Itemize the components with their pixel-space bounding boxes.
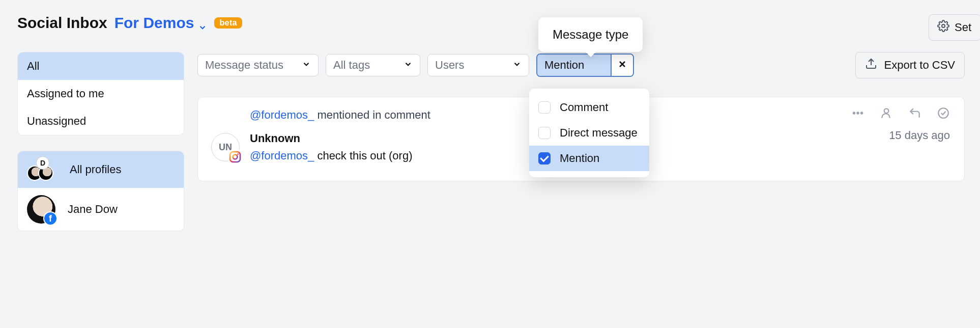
message-actions [851, 106, 950, 122]
svg-point-6 [237, 153, 239, 155]
dropdown-option-direct-message[interactable]: Direct message [529, 120, 649, 146]
chevron-down-icon [198, 18, 207, 28]
mention-handle[interactable]: @fordemos_ [250, 149, 314, 162]
svg-point-11 [938, 108, 948, 118]
avatar-badge: D [36, 156, 49, 170]
checkbox-checked[interactable] [538, 152, 551, 165]
sidebar-item-label: All profiles [70, 163, 121, 176]
checkbox[interactable] [538, 101, 551, 114]
filter-label: Mention [537, 54, 611, 76]
workspace-name: For Demos [114, 14, 194, 32]
settings-button[interactable]: Set [929, 14, 980, 41]
svg-point-10 [884, 108, 889, 113]
settings-label: Set [955, 21, 971, 34]
filter-tags[interactable]: All tags [326, 54, 420, 76]
filter-label: Users [435, 59, 464, 72]
option-label: Mention [560, 152, 599, 165]
avatar: f [27, 195, 55, 224]
sidebar: All Assigned to me Unassigned D All prof… [17, 52, 184, 231]
option-label: Direct message [560, 126, 638, 140]
svg-point-0 [942, 24, 945, 28]
sidebar-item-label: Unassigned [27, 115, 86, 128]
sidebar-item-all[interactable]: All [18, 52, 184, 80]
close-icon [617, 59, 627, 72]
upload-icon [865, 58, 877, 73]
sidebar-item-profile[interactable]: f Jane Dow [18, 188, 184, 231]
sidebar-item-unassigned[interactable]: Unassigned [18, 107, 184, 135]
mention-handle[interactable]: @fordemos_ [250, 108, 314, 121]
chevron-down-icon [403, 59, 413, 72]
svg-point-5 [233, 155, 238, 159]
clear-filter-button[interactable] [611, 54, 633, 76]
tooltip-text: Message type [553, 28, 628, 41]
option-label: Comment [560, 101, 608, 114]
filter-bar: Message status All tags Users Mention [197, 52, 965, 78]
beta-badge: beta [214, 17, 242, 29]
reply-icon[interactable] [908, 106, 921, 122]
filter-users[interactable]: Users [427, 54, 529, 76]
sidebar-item-label: Assigned to me [27, 87, 104, 100]
sidebar-item-all-profiles[interactable]: D All profiles [18, 151, 184, 188]
filter-label: All tags [333, 59, 370, 72]
svg-point-8 [857, 112, 859, 114]
sidebar-item-label: Jane Dow [68, 203, 118, 216]
page-title: Social Inbox [17, 14, 107, 32]
context-text: mentioned in comment [314, 108, 430, 121]
export-label: Export to CSV [884, 59, 955, 72]
avatar: UN [211, 133, 240, 161]
chevron-down-icon [512, 59, 522, 72]
check-circle-icon[interactable] [937, 106, 950, 122]
message-type-dropdown: Comment Direct message Mention [529, 89, 649, 177]
export-csv-button[interactable]: Export to CSV [855, 52, 965, 78]
chevron-down-icon [302, 59, 311, 72]
svg-rect-4 [230, 152, 240, 162]
instagram-icon [228, 150, 242, 164]
filter-message-status[interactable]: Message status [197, 54, 319, 76]
svg-point-7 [853, 112, 855, 114]
svg-point-9 [860, 112, 862, 114]
gear-icon [937, 20, 949, 35]
filter-label: Message status [205, 59, 283, 72]
message-type-tooltip: Message type [538, 17, 643, 52]
stacked-avatars: D [27, 158, 57, 181]
more-icon[interactable] [851, 106, 864, 122]
sidebar-item-label: All [27, 60, 39, 73]
dropdown-option-mention[interactable]: Mention [529, 146, 649, 171]
assign-user-icon[interactable] [880, 106, 893, 122]
facebook-icon: f [43, 211, 57, 226]
sidebar-item-assigned[interactable]: Assigned to me [18, 80, 184, 107]
message-timestamp: 15 days ago [889, 129, 950, 142]
body-text: check this out (org) [314, 149, 412, 162]
checkbox[interactable] [538, 127, 551, 139]
dropdown-option-comment[interactable]: Comment [529, 95, 649, 120]
workspace-selector[interactable]: For Demos [114, 14, 208, 32]
